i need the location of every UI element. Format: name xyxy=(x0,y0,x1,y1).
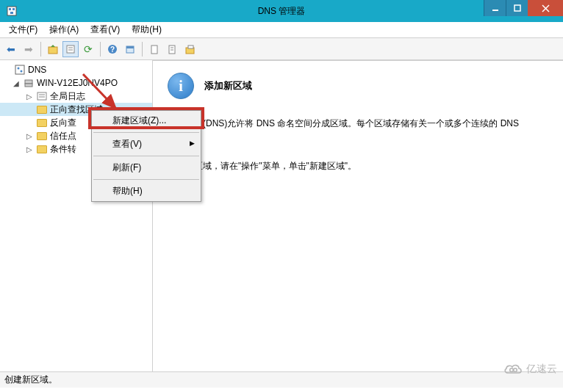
svg-point-32 xyxy=(514,369,517,372)
menu-help[interactable]: 帮助(H) xyxy=(126,22,168,37)
ctx-refresh[interactable]: 刷新(F) xyxy=(92,158,201,178)
svg-rect-21 xyxy=(188,46,193,48)
tree-label: WIN-V12EJ0NV4PO xyxy=(37,78,118,88)
svg-rect-27 xyxy=(37,92,46,100)
svg-rect-9 xyxy=(67,46,74,53)
ctx-view[interactable]: 查看(V) xyxy=(92,134,201,154)
expand-icon[interactable]: ◢ xyxy=(12,79,21,87)
up-button[interactable] xyxy=(45,41,61,57)
content-line2: 个新区域，请在"操作"菜单，单击"新建区域"。 xyxy=(176,161,356,171)
menu-file[interactable]: 文件(F) xyxy=(3,22,43,37)
window-controls xyxy=(484,0,563,16)
maximize-button[interactable] xyxy=(506,0,528,16)
svg-rect-5 xyxy=(514,5,520,11)
tree-server[interactable]: ◢ WIN-V12EJ0NV4PO xyxy=(0,76,152,90)
toolbar-icon-2[interactable] xyxy=(146,41,162,57)
svg-text:?: ? xyxy=(110,46,115,54)
svg-point-23 xyxy=(18,68,20,70)
tree-label: 信任点 xyxy=(50,130,76,142)
toolbar-icon-3[interactable] xyxy=(164,41,180,57)
tree-global-log[interactable]: ▷ 全局日志 xyxy=(0,90,152,103)
menu-view[interactable]: 查看(V) xyxy=(85,22,126,37)
toolbar-icon-1[interactable] xyxy=(122,41,138,57)
expand-icon[interactable]: ▷ xyxy=(25,92,34,101)
content-title: 添加新区域 xyxy=(204,79,252,92)
menu-action[interactable]: 操作(A) xyxy=(43,22,85,37)
watermark-text: 亿速云 xyxy=(526,363,557,376)
toolbar-icon-4[interactable] xyxy=(182,41,198,57)
tree-root-dns[interactable]: DNS xyxy=(0,63,152,76)
properties-button[interactable] xyxy=(62,41,79,57)
svg-point-24 xyxy=(21,70,23,73)
help-button[interactable]: ? xyxy=(104,41,121,57)
minimize-button[interactable] xyxy=(484,0,506,16)
tree-panel: DNS ◢ WIN-V12EJ0NV4PO ▷ 全局日志 正向查找区域 反向查 xyxy=(0,60,153,371)
content-body: 域名系统(DNS)允许将 DNS 命名空间分成区域。每个区域存储有关一个或多个连… xyxy=(168,117,548,173)
separator xyxy=(93,156,199,156)
tree-label: 条件转 xyxy=(50,143,76,156)
expand-icon[interactable]: ▷ xyxy=(25,145,34,153)
content-panel: i 添加新区域 域名系统(DNS)允许将 DNS 命名空间分成区域。每个区域存储… xyxy=(153,60,563,371)
svg-rect-15 xyxy=(126,46,134,48)
svg-rect-16 xyxy=(151,46,157,54)
status-text: 创建新区域。 xyxy=(4,374,57,386)
statusbar: 创建新区域。 xyxy=(0,371,563,388)
separator xyxy=(93,132,199,133)
window-title: DNS 管理器 xyxy=(258,5,306,18)
svg-rect-0 xyxy=(7,7,16,15)
tree-label: 全局日志 xyxy=(50,90,85,103)
svg-point-31 xyxy=(510,369,514,372)
menubar: 文件(F) 操作(A) 查看(V) 帮助(H) xyxy=(0,22,563,38)
separator xyxy=(93,179,199,180)
log-icon xyxy=(36,91,48,101)
info-icon: i xyxy=(168,73,194,99)
folder-icon xyxy=(36,104,48,115)
svg-rect-25 xyxy=(25,80,32,84)
titlebar: DNS 管理器 xyxy=(0,0,563,22)
content-line1: 统(DNS)允许将 DNS 命名空间分成区域。每个区域存储有关一个或多个连续的 … xyxy=(194,118,519,128)
ctx-new-zone[interactable]: 新建区域(Z)... xyxy=(92,111,201,131)
svg-rect-22 xyxy=(15,65,24,74)
tree-label: 反向查 xyxy=(50,117,76,129)
server-icon xyxy=(23,78,35,88)
separator xyxy=(40,42,41,57)
context-menu: 新建区域(Z)... 查看(V) 刷新(F) 帮助(H) xyxy=(91,110,201,202)
svg-rect-3 xyxy=(10,12,13,14)
svg-rect-2 xyxy=(12,8,15,10)
forward-button[interactable]: ➡ xyxy=(21,41,37,57)
svg-rect-26 xyxy=(25,84,32,87)
ctx-help[interactable]: 帮助(H) xyxy=(92,181,201,201)
app-icon xyxy=(6,5,18,17)
folder-icon xyxy=(36,131,48,141)
refresh-button[interactable]: ⟳ xyxy=(80,41,96,57)
svg-rect-8 xyxy=(49,47,57,54)
folder-icon xyxy=(36,117,48,128)
watermark: 亿速云 xyxy=(503,363,557,376)
dns-icon xyxy=(14,65,26,75)
content-header: i 添加新区域 xyxy=(168,73,548,99)
tree-label: DNS xyxy=(28,65,46,75)
folder-icon xyxy=(36,144,48,154)
expand-icon[interactable]: ▷ xyxy=(25,132,34,140)
toolbar: ⬅ ➡ ⟳ ? xyxy=(0,38,563,60)
svg-rect-1 xyxy=(9,8,11,10)
close-button[interactable] xyxy=(528,0,563,16)
back-button[interactable]: ⬅ xyxy=(3,41,19,57)
cloud-icon xyxy=(503,363,523,376)
separator xyxy=(100,42,101,57)
separator xyxy=(142,42,143,57)
main-area: DNS ◢ WIN-V12EJ0NV4PO ▷ 全局日志 正向查找区域 反向查 xyxy=(0,60,563,371)
